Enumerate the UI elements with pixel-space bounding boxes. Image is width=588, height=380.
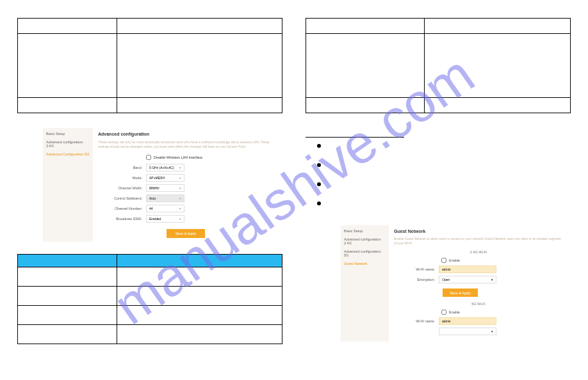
bullet-icon [317, 163, 321, 167]
nav-guest-network[interactable]: Guest Network [344, 262, 386, 265]
chevron-down-icon: ▾ [179, 166, 181, 170]
chevron-down-icon: ▾ [491, 329, 493, 333]
nav-adv-5g[interactable]: Advanced Configuration 5G [46, 152, 90, 156]
divider [306, 137, 404, 138]
mode-label: Mode: [98, 176, 146, 180]
nav-basic-setup[interactable]: Basic Setup [46, 132, 90, 136]
bssid-label: Broadcast SSID: [98, 217, 146, 221]
wifiname-5g-input[interactable] [439, 317, 496, 325]
enable-5g-label: Enable [449, 310, 460, 314]
bullet-icon [317, 144, 321, 148]
chevron-down-icon: ▾ [179, 207, 181, 210]
encryption-24g-select[interactable]: Open▾ [439, 276, 496, 283]
enable-24g-label: Enable [449, 258, 460, 262]
panel-title: Advanced configuration [98, 132, 274, 136]
nav-adv-24g[interactable]: Advanced configuration 2.4G [46, 140, 90, 148]
chevron-down-icon: ▾ [179, 217, 181, 221]
chwidth-label: Channel Width: [98, 186, 146, 190]
table-row [18, 267, 282, 287]
mode-select[interactable]: AP+MESH▾ [146, 174, 184, 182]
chevron-down-icon: ▾ [179, 176, 181, 180]
encryption-5g-select[interactable]: ▾ [439, 328, 496, 335]
panel-body: Advanced configuration These settings ar… [93, 128, 279, 242]
side-nav: Basic Setup Advanced configuration 2.4G … [43, 128, 93, 242]
table-row [18, 306, 282, 325]
table-header-row [18, 255, 282, 267]
disable-wlan-label: Disable Wireless LAN Interface [154, 155, 202, 159]
enable-24g-checkbox[interactable] [441, 258, 446, 263]
save-apply-button[interactable]: Save & Apply [167, 229, 205, 238]
side-nav: Basic Setup Advanced configuration 2.4G … [341, 225, 389, 342]
band-label: Band: [98, 166, 146, 170]
nav-adv-24g[interactable]: Advanced configuration 2.4G [344, 237, 386, 245]
table-row [306, 19, 571, 34]
sideband-select: Auto▾ [146, 194, 184, 202]
panel-title: Guest Network [394, 229, 563, 234]
wifiname-24g-input[interactable] [439, 265, 496, 273]
table-row [18, 287, 282, 306]
save-apply-button[interactable]: Save & Apply [443, 289, 478, 297]
table-top-right [306, 18, 571, 113]
table-row [18, 98, 282, 113]
section-5g-title: 5G Wi-Fi [394, 302, 563, 306]
panel-note: These settings are only for more technic… [98, 140, 274, 148]
chnum-select[interactable]: 44▾ [146, 205, 184, 212]
advanced-config-panel: Basic Setup Advanced configuration 2.4G … [43, 128, 279, 242]
table-row [18, 325, 282, 344]
chevron-down-icon: ▾ [491, 278, 493, 281]
chevron-down-icon: ▾ [179, 196, 181, 200]
wifiname-24g-label: Wi-Fi name: [394, 267, 439, 271]
band-select[interactable]: 5 GHz (A+N+AC)▾ [146, 164, 184, 171]
chnum-label: Channel Number: [98, 207, 146, 210]
section-24g-title: 2.4G Wi-Fi [394, 250, 563, 254]
sideband-label: Control Sideband: [98, 196, 146, 200]
table-row [18, 19, 282, 34]
bullet-icon [317, 202, 321, 205]
nav-basic-setup[interactable]: Basic Setup [344, 229, 386, 233]
panel-body: Guest Network Enable Guest Network to al… [389, 225, 568, 342]
guest-network-panel: Basic Setup Advanced configuration 2.4G … [341, 225, 568, 342]
chwidth-select[interactable]: 80MHz▾ [146, 184, 184, 192]
encryption-24g-label: Encryption: [394, 278, 439, 281]
bullet-icon [317, 182, 321, 186]
table-bottom-left [17, 254, 282, 344]
enable-5g-checkbox[interactable] [441, 310, 446, 315]
panel-note: Enable Guest Network to allow users to a… [394, 237, 563, 245]
bssid-select[interactable]: Enabled▾ [146, 215, 184, 223]
table-row [18, 34, 282, 98]
bullet-list [317, 144, 321, 221]
chevron-down-icon: ▾ [179, 186, 181, 190]
table-row [306, 98, 571, 113]
wifiname-5g-label: Wi-Fi name: [394, 319, 439, 323]
nav-adv-5g[interactable]: Advanced configuration 5G [344, 249, 386, 257]
table-top-left [17, 18, 282, 113]
disable-wlan-checkbox[interactable] [146, 155, 151, 160]
table-row [306, 34, 571, 98]
